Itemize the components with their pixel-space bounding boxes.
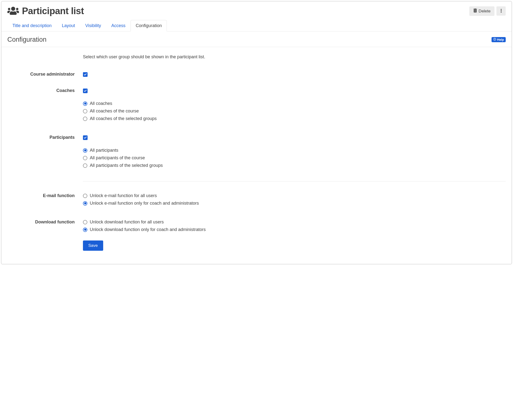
- section-header: Configuration Help: [1, 31, 512, 47]
- users-icon: [7, 6, 19, 16]
- section-title: Configuration: [7, 36, 47, 43]
- delete-button[interactable]: Delete: [469, 6, 494, 16]
- radio-coaches-groups[interactable]: All coaches of the selected groups: [83, 116, 506, 121]
- title-group: Participant list: [7, 6, 84, 16]
- radio-icon: [83, 201, 87, 206]
- radio-coaches-all[interactable]: All coaches: [83, 101, 506, 106]
- radio-label: All coaches of the course: [90, 109, 139, 114]
- radio-label: Unlock e-mail function only for coach an…: [90, 201, 199, 206]
- delete-button-label: Delete: [479, 9, 491, 14]
- radio-icon: [83, 148, 87, 153]
- header-row: Participant list Delete: [1, 1, 512, 16]
- download-function-label: Download function: [7, 220, 83, 225]
- course-admin-checkbox[interactable]: [83, 72, 88, 77]
- radio-coaches-course[interactable]: All coaches of the course: [83, 109, 506, 114]
- radio-label: Unlock download function for all users: [90, 220, 164, 225]
- tab-visibility[interactable]: Visibility: [80, 20, 106, 31]
- radio-email-coach[interactable]: Unlock e-mail function only for coach an…: [83, 201, 506, 206]
- radio-icon: [83, 194, 87, 198]
- participants-checkbox[interactable]: [83, 135, 88, 140]
- coaches-label: Coaches: [7, 88, 83, 93]
- radio-label: All coaches: [90, 101, 112, 106]
- radio-participants-groups[interactable]: All participants of the selected groups: [83, 163, 506, 168]
- intro-text: Select which user group should be shown …: [83, 54, 506, 60]
- check-icon: [84, 136, 87, 139]
- more-actions-button[interactable]: [496, 6, 506, 16]
- check-icon: [84, 73, 87, 76]
- save-button[interactable]: Save: [83, 240, 103, 251]
- radio-icon: [83, 220, 87, 224]
- kebab-icon: [501, 9, 502, 14]
- radio-label: All participants of the course: [90, 155, 145, 160]
- help-label: Help: [497, 38, 504, 41]
- tab-configuration[interactable]: Configuration: [131, 20, 167, 31]
- radio-label: Unlock e-mail function for all users: [90, 193, 157, 198]
- radio-icon: [83, 101, 87, 106]
- radio-download-coach[interactable]: Unlock download function only for coach …: [83, 227, 506, 232]
- radio-label: All coaches of the selected groups: [90, 116, 157, 121]
- radio-icon: [83, 156, 87, 160]
- radio-participants-all[interactable]: All participants: [83, 148, 506, 153]
- divider: [83, 181, 506, 181]
- email-function-label: E-mail function: [7, 193, 83, 198]
- form-area: Select which user group should be shown …: [1, 47, 512, 264]
- radio-label: All participants of the selected groups: [90, 163, 163, 168]
- tabs: Title and description Layout Visibility …: [1, 16, 512, 31]
- page-title: Participant list: [22, 6, 84, 16]
- radio-label: All participants: [90, 148, 118, 153]
- radio-icon: [83, 109, 87, 113]
- participants-label: Participants: [7, 135, 83, 140]
- radio-email-all[interactable]: Unlock e-mail function for all users: [83, 193, 506, 198]
- radio-participants-course[interactable]: All participants of the course: [83, 155, 506, 160]
- radio-icon: [83, 117, 87, 121]
- trash-icon: [473, 9, 477, 14]
- tab-title-description[interactable]: Title and description: [7, 20, 57, 31]
- check-icon: [84, 89, 87, 92]
- radio-icon: [83, 228, 87, 232]
- course-admin-label: Course administrator: [7, 72, 83, 77]
- header-buttons: Delete: [469, 6, 506, 16]
- radio-download-all[interactable]: Unlock download function for all users: [83, 220, 506, 225]
- tab-access[interactable]: Access: [106, 20, 131, 31]
- help-button[interactable]: Help: [492, 37, 506, 42]
- radio-icon: [83, 163, 87, 168]
- tab-layout[interactable]: Layout: [57, 20, 80, 31]
- radio-label: Unlock download function only for coach …: [90, 227, 206, 232]
- coaches-checkbox[interactable]: [83, 89, 88, 93]
- page-panel: Participant list Delete Title an: [1, 1, 512, 264]
- help-icon: [493, 38, 496, 41]
